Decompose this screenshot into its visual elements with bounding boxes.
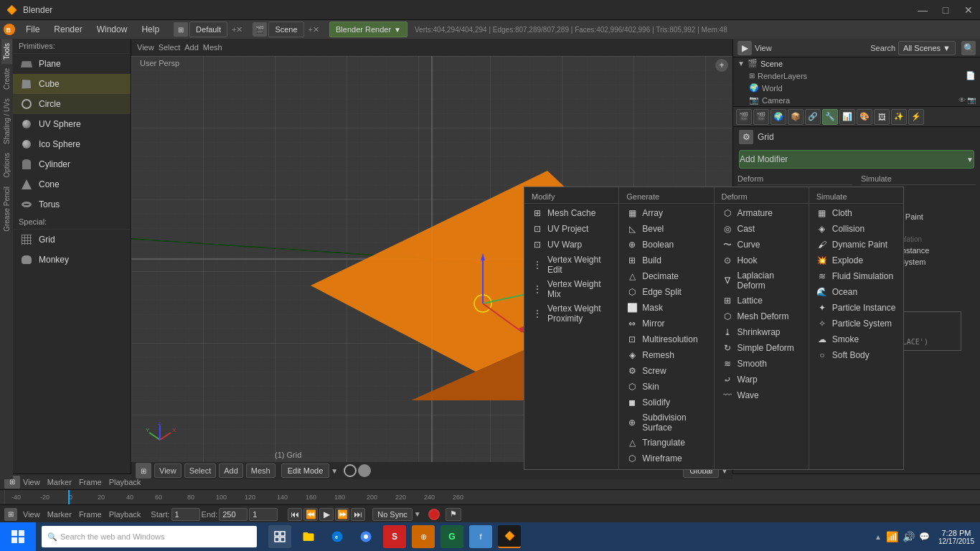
taskbar-search-box[interactable]: 🔍 Search the web and Windows xyxy=(42,526,257,547)
network-icon[interactable]: 📶 xyxy=(886,531,898,542)
minimize-button[interactable]: — xyxy=(911,0,934,20)
camera-vis-icon[interactable]: 👁 xyxy=(958,96,966,104)
mode-selector[interactable]: Edit Mode xyxy=(281,463,330,478)
dd2-curve[interactable]: 〜 Curve xyxy=(715,237,809,253)
end-frame[interactable]: 250 xyxy=(219,508,248,521)
dd2-meshdeform[interactable]: ⬡ Mesh Deform xyxy=(715,309,809,324)
dd-array[interactable]: ▦ Array xyxy=(619,205,713,221)
outliner-renderlayers[interactable]: ⊞ RenderLayers 📄 xyxy=(745,70,980,82)
layout-selector[interactable]: Default xyxy=(189,22,227,37)
tab-grease-pencil[interactable]: Grease Pencil xyxy=(1,182,12,236)
dd-skin[interactable]: ⬡ Skin xyxy=(619,379,713,395)
dd-vw-proximity[interactable]: ⋮ Vertex Weight Proximity xyxy=(524,301,618,326)
scene-expand[interactable]: ▶ xyxy=(738,41,752,55)
app7-btn[interactable]: G xyxy=(440,525,463,548)
dd-mesh-cache[interactable]: ⊞ Mesh Cache xyxy=(524,205,618,221)
prop-world-btn[interactable]: 🌍 xyxy=(771,109,786,125)
jump-to-start-btn[interactable]: ⏮ xyxy=(288,508,302,521)
viewport-select-menu[interactable]: Select xyxy=(159,43,181,52)
dd-vw-mix[interactable]: ⋮ Vertex Weight Mix xyxy=(524,277,618,301)
search-right[interactable]: Search xyxy=(870,44,895,52)
dd-remesh[interactable]: ◈ Remesh xyxy=(619,347,713,363)
sidebar-item-cone[interactable]: Cone xyxy=(13,174,131,194)
chrome-btn[interactable] xyxy=(354,525,377,548)
dd-subdivision[interactable]: ⊕ Subdivision Surface xyxy=(619,410,713,435)
dd2-laplacian[interactable]: ∇ Laplacian Deform xyxy=(715,268,809,293)
task-view-btn[interactable] xyxy=(268,525,291,548)
dd2-simpledeform[interactable]: ↻ Simple Deform xyxy=(715,340,809,356)
prop-physics-btn[interactable]: ⚡ xyxy=(908,109,924,125)
step-back-btn[interactable]: ⏪ xyxy=(303,508,318,521)
dd3-explode[interactable]: 💥 Explode xyxy=(809,253,903,268)
dd-solidify[interactable]: ◼ Solidify xyxy=(619,395,713,410)
prop-constraints-btn[interactable]: 🔗 xyxy=(805,109,821,125)
view-menu-right[interactable]: View xyxy=(755,44,867,52)
app8-btn[interactable]: f xyxy=(469,525,492,548)
dd-mask[interactable]: ⬜ Mask xyxy=(619,300,713,316)
dd3-dp[interactable]: 🖌 Dynamic Paint xyxy=(809,237,903,253)
keyframe-btn[interactable]: ⚑ xyxy=(446,508,461,521)
dd3-cloth[interactable]: ▦ Cloth xyxy=(809,205,903,221)
file-explorer-btn[interactable] xyxy=(297,525,320,548)
dd3-fluid[interactable]: ≋ Fluid Simulation xyxy=(809,268,903,284)
viewport-mesh-menu[interactable]: Mesh xyxy=(203,43,222,52)
dd-build[interactable]: ⊞ Build xyxy=(619,253,713,268)
timeline-view-menu[interactable]: View xyxy=(23,478,40,486)
timeline-frame-menu[interactable]: Frame xyxy=(79,478,102,486)
dd2-cast[interactable]: ◎ Cast xyxy=(715,221,809,237)
sidebar-item-cube[interactable]: Cube xyxy=(13,74,131,94)
dd-bevel[interactable]: ◺ Bevel xyxy=(619,221,713,237)
sidebar-item-torus[interactable]: Torus xyxy=(13,194,131,215)
sidebar-item-icosphere[interactable]: Ico Sphere xyxy=(13,134,131,154)
sidebar-item-circle[interactable]: Circle xyxy=(13,94,131,114)
sidebar-item-monkey[interactable]: Monkey xyxy=(13,250,131,270)
viewport-add-menu[interactable]: Add xyxy=(184,43,199,52)
scene-selector[interactable]: Scene xyxy=(268,22,303,37)
prop-modifiers-btn[interactable]: 🔧 xyxy=(822,109,838,125)
start-button[interactable] xyxy=(0,522,36,551)
select-menu-btn[interactable]: Select xyxy=(184,463,217,478)
dd-multiresolution[interactable]: ⊡ Multiresolution xyxy=(619,331,713,347)
dd2-shrinkwrap[interactable]: ⤓ Shrinkwrap xyxy=(715,324,809,340)
timeline-panel-toggle[interactable]: ⊞ xyxy=(4,508,17,521)
menu-file[interactable]: File xyxy=(19,20,47,39)
dd2-lattice[interactable]: ⊞ Lattice xyxy=(715,293,809,309)
dd2-smooth[interactable]: ≋ Smooth xyxy=(715,356,809,372)
current-frame[interactable]: 1 xyxy=(249,508,278,521)
prop-data-btn[interactable]: 📊 xyxy=(839,109,855,125)
timeline-marker-menu[interactable]: Marker xyxy=(47,478,72,486)
viewport-add-button[interactable]: + xyxy=(715,59,728,72)
dd3-smoke[interactable]: ☁ Smoke xyxy=(809,331,903,347)
sidebar-item-uvsphere[interactable]: UV Sphere xyxy=(13,114,131,134)
tab-options[interactable]: Options xyxy=(1,149,12,182)
dd3-ps[interactable]: ✧ Particle System xyxy=(809,316,903,331)
renderer-selector[interactable]: Blender Render ▼ xyxy=(329,22,407,37)
tab-shading[interactable]: Shading / UVs xyxy=(1,94,12,149)
tab-create[interactable]: Create xyxy=(1,64,12,94)
prop-render-btn[interactable]: 🎬 xyxy=(736,109,752,125)
shading-toggle[interactable] xyxy=(358,464,371,477)
system-clock[interactable]: 7:28 PM 12/17/2015 xyxy=(938,529,974,545)
dd-vw-edit[interactable]: ⋮ Vertex Weight Edit xyxy=(524,253,618,277)
dd-edge-split[interactable]: ⬡ Edge Split xyxy=(619,284,713,300)
prop-particles-btn[interactable]: ✨ xyxy=(891,109,907,125)
speaker-icon[interactable]: 🔊 xyxy=(903,531,915,542)
all-scenes-selector[interactable]: All Scenes ▼ xyxy=(898,41,956,55)
add-menu-btn[interactable]: Add xyxy=(219,463,243,478)
mesh-menu-btn[interactable]: Mesh xyxy=(246,463,275,478)
dd-screw[interactable]: ⚙ Screw xyxy=(619,363,713,379)
show-hidden-icons[interactable]: ▲ xyxy=(875,533,882,541)
dd-triangulate[interactable]: △ Triangulate xyxy=(619,435,713,451)
tab-tools[interactable]: Tools xyxy=(1,39,12,64)
start-frame[interactable]: 1 xyxy=(171,508,200,521)
dd2-armature[interactable]: ⬡ Armature xyxy=(715,205,809,221)
sync-selector[interactable]: No Sync xyxy=(372,508,413,521)
close-button[interactable]: ✕ xyxy=(957,0,980,20)
dd3-ocean[interactable]: 🌊 Ocean xyxy=(809,284,903,300)
sidebar-item-plane[interactable]: Plane xyxy=(13,54,131,74)
app5-btn[interactable]: S xyxy=(383,525,406,548)
dd-uv-project[interactable]: ⊡ UV Project xyxy=(524,221,618,237)
renderlayers-edit-icon[interactable]: 📄 xyxy=(966,71,976,80)
dd3-collision[interactable]: ◈ Collision xyxy=(809,221,903,237)
notification-icon[interactable]: 💬 xyxy=(919,532,930,542)
